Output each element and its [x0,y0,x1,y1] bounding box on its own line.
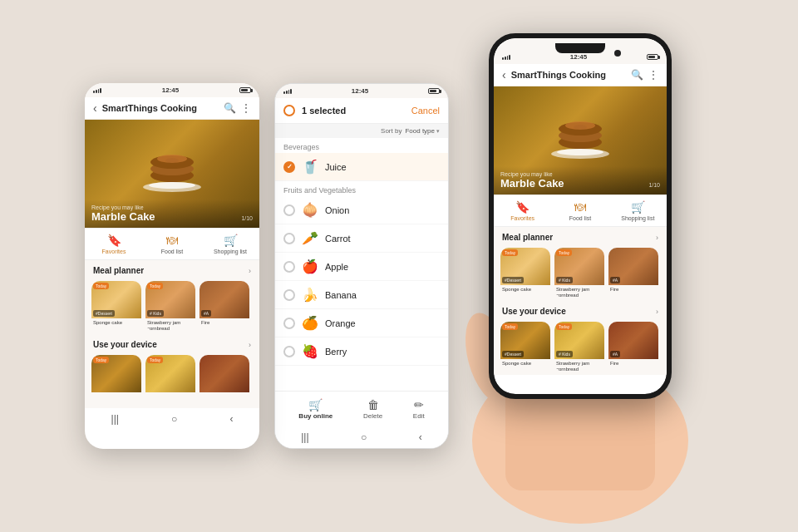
list-item-juice[interactable]: 🥤 Juice [275,153,448,181]
meal-tag-1: Today [147,283,163,289]
right-meal-tag-1: Today [556,249,572,256]
right-foodlist-icon: 🍽 [574,200,586,214]
cake-svg [139,144,205,194]
carrot-radio[interactable] [283,233,295,244]
right-use-device-header[interactable]: Use your device › [494,301,667,318]
right-shopping-label: Shopping list [621,215,654,221]
device-tag-0: Today [93,357,109,363]
use-device-arrow: › [249,341,251,349]
nav-shopping[interactable]: 🛒 Shopping list [201,229,259,259]
apple-text: Apple [325,262,348,272]
orange-text: Orange [325,318,356,328]
right-device-food-0: #Dessert [502,351,524,357]
fruits-veg-label: Fruits and Vegetables [275,181,448,196]
sort-bar[interactable]: Sort by Food type ▾ [275,124,448,138]
list-item-apple[interactable]: 🍎 Apple [275,253,448,281]
edit-label: Edit [413,412,425,420]
right-meal-card-0[interactable]: Today #Dessert Sponge cake [500,248,550,298]
meal-planner-title: Meal planner [93,266,144,275]
right-signal-icon [502,55,510,60]
list-item-onion[interactable]: 🧅 Onion [275,196,448,224]
juice-radio[interactable] [283,161,295,173]
right-phone: 12:45 ‹ SmartThings Cooking 🔍 ⋮ [489,33,672,399]
delete-label: Delete [363,412,382,420]
svg-point-1 [149,182,195,189]
carrot-text: Carrot [325,234,351,244]
right-app-header: ‹ SmartThings Cooking 🔍 ⋮ [494,64,667,86]
right-search-icon[interactable]: 🔍 [631,69,643,81]
sort-label: Sort by [381,127,401,135]
list-item-banana[interactable]: 🍌 Banana [275,281,448,309]
meal-planner-header[interactable]: Meal planner › [85,260,259,278]
right-time: 12:45 [570,53,587,61]
use-device-cards-row: Today Today [85,352,259,408]
right-device-card-2[interactable]: #A Fire [608,322,658,372]
meal-card-1[interactable]: Today # Kids Strawberry jam cornbread [145,281,195,331]
modal-sys-back-btn[interactable]: ‹ [419,431,422,443]
right-battery-icon [647,54,658,60]
meal-cards-row: Today #Dessert Sponge cake Today # Kids … [85,278,259,334]
right-meal-card-1[interactable]: Today # Kids Strawberry jam cornbread [554,248,604,298]
sys-home-btn[interactable]: ○ [171,413,177,425]
right-food-tag-0: #Dessert [502,277,524,283]
back-icon[interactable]: ‹ [93,101,97,115]
right-device-card-1[interactable]: Today # Kids Strawberry jam cornbread [554,322,604,372]
sys-back-btn[interactable]: ‹ [229,413,233,425]
orange-radio[interactable] [283,318,295,329]
use-device-title: Use your device [93,340,157,349]
right-device-label-1: Strawberry jam cornbread [554,359,604,372]
right-status-icons [647,54,658,60]
meal-card-0[interactable]: Today #Dessert Sponge cake [91,281,141,331]
signal-icon [93,88,101,93]
delete-action[interactable]: 🗑 Delete [363,398,382,420]
right-meal-card-2[interactable]: #A Fire [608,248,658,298]
nav-foodlist[interactable]: 🍽 Food list [143,229,201,259]
buy-icon: 🛒 [308,398,323,411]
list-item-berry[interactable]: 🍓 Berry [275,337,448,366]
right-nav-foodlist[interactable]: 🍽 Food list [551,195,608,226]
device-card-0[interactable]: Today [91,355,141,405]
apple-radio[interactable] [283,261,295,273]
buy-action[interactable]: 🛒 Buy online [298,398,332,420]
list-item-carrot[interactable]: 🥕 Carrot [275,224,448,253]
left-status-bar: 12:45 [85,83,259,97]
banana-icon: 🍌 [302,287,318,303]
device-card-2[interactable] [200,355,249,405]
device-card-1[interactable]: Today [145,355,195,405]
list-item-orange[interactable]: 🍊 Orange [275,309,448,337]
nav-favorites[interactable]: 🔖 Favorites [85,229,143,259]
more-icon[interactable]: ⋮ [241,102,251,114]
meal-card-label-1: Strawberry jam cornbread [145,318,195,331]
right-nav-favorites[interactable]: 🔖 Favorites [494,195,551,226]
sys-menu-btn[interactable]: ||| [111,413,119,425]
right-back-icon[interactable]: ‹ [502,68,506,81]
right-more-icon[interactable]: ⋮ [648,69,658,81]
right-nav-shopping[interactable]: 🛒 Shopping list [609,195,667,226]
right-hero-image: Recipe you may like Marble Cake 1/10 [494,86,667,195]
use-device-header[interactable]: Use your device › [85,334,259,352]
edit-action[interactable]: ✏ Edit [413,398,425,420]
banana-radio[interactable] [283,289,295,301]
shopping-label: Shopping list [214,249,247,254]
delete-icon: 🗑 [367,398,379,411]
modal-sys-menu-btn[interactable]: ||| [301,431,308,443]
modal-status-bar: 12:45 [275,84,448,98]
onion-radio[interactable] [283,204,295,216]
modal-time: 12:45 [352,87,368,95]
food-tag-0: #Dessert [93,310,115,317]
right-card-label-0: Sponge cake [500,285,550,293]
modal-sys-home-btn[interactable]: ○ [361,431,367,443]
shopping-icon: 🛒 [224,234,238,247]
cancel-button[interactable]: Cancel [411,106,440,116]
berry-radio[interactable] [283,346,295,357]
scene: 12:45 ‹ SmartThings Cooking 🔍 ⋮ [0,0,798,532]
search-icon[interactable]: 🔍 [224,102,236,114]
right-device-card-0[interactable]: Today #Dessert Sponge cake [500,322,550,372]
selection-radio[interactable] [283,105,295,116]
right-favorites-icon: 🔖 [515,200,530,214]
device-card-img-0: Today [91,355,141,392]
right-meal-header[interactable]: Meal planner › [494,227,667,244]
meal-card-2[interactable]: #A Fire [200,281,249,331]
right-device-tag-1: Today [556,323,572,330]
left-phone: 12:45 ‹ SmartThings Cooking 🔍 ⋮ [85,83,259,449]
